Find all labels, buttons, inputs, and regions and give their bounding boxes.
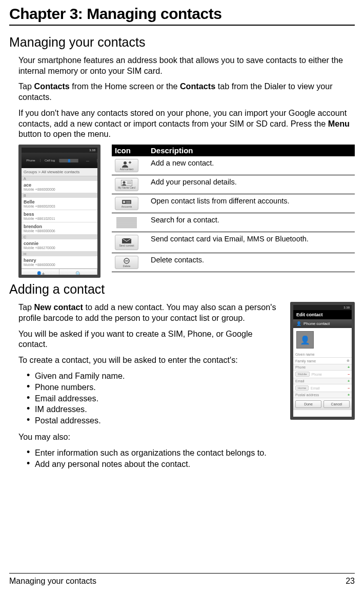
list-item: Enter information such as organizations … — [27, 447, 283, 459]
table-row: My Name Card Add your personal details. — [112, 175, 355, 194]
add-contact-icon: Add contact — [115, 159, 138, 172]
done-button: Done — [295, 400, 321, 408]
paragraph: Tap Contacts from the Home screen or the… — [18, 81, 355, 102]
paragraph: Your smartphone features an address book… — [18, 55, 355, 76]
photo-placeholder-icon: 👤 — [296, 331, 314, 349]
page-number: 23 — [346, 577, 355, 586]
accounts-icon: Accounts — [115, 197, 138, 210]
page-footer: Managing your contacts 23 — [9, 573, 355, 586]
svg-rect-6 — [123, 201, 125, 203]
table-row: Send contact Send contact card via Email… — [112, 232, 355, 253]
screenshot-edit-contact: 3.38 Edit contact 👤Phone contact 👤 Given… — [290, 302, 355, 420]
list-item: IM addresses. — [27, 404, 283, 415]
paragraph: Tap New contact to add a new contact. Yo… — [18, 302, 283, 323]
footer-title: Managing your contacts — [9, 577, 96, 586]
list-item: Postal addresses. — [27, 415, 283, 426]
section-heading-adding: Adding a contact — [9, 282, 355, 297]
table-row: Add contact Add a new contact. — [112, 156, 355, 175]
person-icon: 👤 — [296, 321, 301, 326]
table-row: Delete Delete contacts. — [112, 253, 355, 272]
section-heading-managing: Managing your contacts — [9, 35, 355, 50]
table-header-description: Description — [148, 145, 355, 156]
icon-description-table: Icon Description Add contact Add a new c… — [112, 145, 355, 272]
paragraph: You may also: — [18, 432, 283, 442]
list-item: Given and Family name. — [27, 371, 283, 382]
chapter-title: Chapter 3: Managing contacts — [9, 5, 355, 26]
table-row: Search for a contact. — [112, 213, 355, 232]
list-item: Email addresses. — [27, 393, 283, 404]
bullet-list: Enter information such as organizations … — [18, 447, 283, 470]
bullet-list: Given and Family name. Phone numbers. Em… — [18, 371, 283, 426]
cancel-button: Cancel — [323, 400, 350, 408]
paragraph: You will be asked if you want to create … — [18, 329, 283, 350]
list-item: Phone numbers. — [27, 382, 283, 393]
table-row: Accounts Open contact lists from differe… — [112, 194, 355, 213]
my-details-icon: My Name Card — [115, 178, 138, 191]
delete-contact-icon: Delete — [115, 256, 138, 269]
list-item: Add any personal notes about the contact… — [27, 459, 283, 470]
table-header-icon: Icon — [112, 145, 148, 156]
send-contact-icon: Send contact — [115, 235, 138, 250]
svg-point-2 — [123, 181, 126, 184]
paragraph: If you don't have any contacts stored on… — [18, 108, 355, 139]
screenshot-contacts-list: 3.38 Phone Call log 👤 ⋯ Groups > All vie… — [18, 145, 100, 278]
search-icon — [115, 216, 138, 229]
svg-point-0 — [124, 161, 127, 165]
paragraph: To create a contact, you will be asked t… — [18, 355, 283, 365]
